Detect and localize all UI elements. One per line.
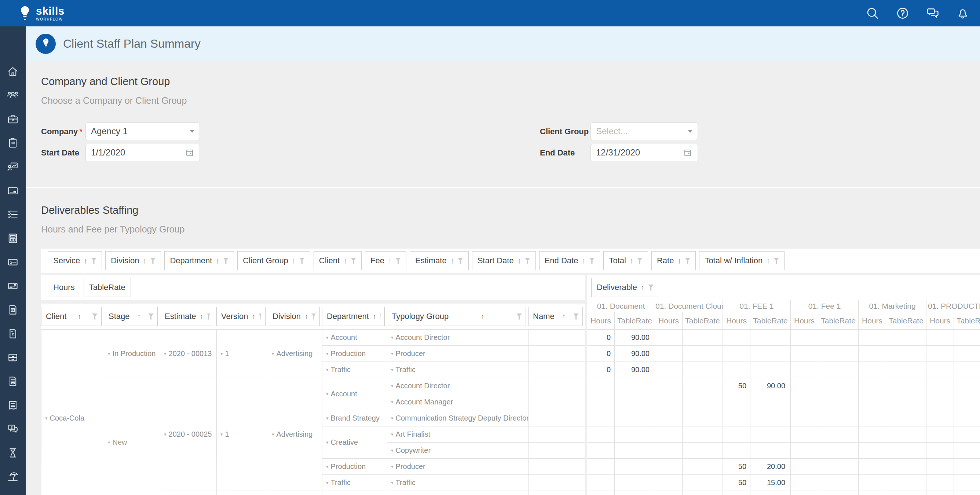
- filter-funnel-icon[interactable]: [589, 258, 595, 264]
- cell-dropdown-icon[interactable]: ▾: [391, 367, 393, 372]
- app-logo[interactable]: skills WORKFLOW: [18, 5, 65, 21]
- sort-arrow-icon[interactable]: ↑: [200, 312, 204, 321]
- cell-typology[interactable]: ▾Account Director: [387, 329, 528, 346]
- cell-dropdown-icon[interactable]: ▾: [326, 367, 329, 372]
- cell-dropdown-icon[interactable]: ▾: [391, 335, 393, 340]
- filter-funnel-icon[interactable]: [223, 258, 229, 264]
- filter-funnel-icon[interactable]: [150, 258, 156, 264]
- cell-department[interactable]: ▾Brand Strategy: [322, 410, 387, 427]
- sort-arrow-icon[interactable]: ↑: [630, 257, 633, 265]
- filter-chip-client-group[interactable]: Client Group↑: [237, 251, 310, 270]
- sort-arrow-icon[interactable]: ↑: [562, 312, 566, 321]
- cell-typology[interactable]: ▾Traffic: [387, 475, 528, 491]
- cell-version[interactable]: ▾1: [217, 329, 268, 378]
- cell-dropdown-icon[interactable]: ▾: [391, 399, 393, 405]
- invoice-dollar-icon[interactable]: $: [6, 328, 19, 340]
- filter-chip-end-date[interactable]: End Date↑: [539, 251, 600, 270]
- team-icon[interactable]: [6, 89, 19, 102]
- filter-funnel-icon[interactable]: [207, 314, 210, 320]
- filter-funnel-icon[interactable]: [773, 258, 779, 264]
- sort-arrow-icon[interactable]: ↑: [216, 257, 220, 265]
- sort-arrow-icon[interactable]: ↑: [77, 312, 81, 321]
- hourglass-icon[interactable]: [6, 447, 19, 459]
- cell-dropdown-icon[interactable]: ▾: [272, 431, 274, 437]
- report-doc-icon[interactable]: [6, 304, 19, 316]
- cell-typology[interactable]: ▾Traffic: [387, 362, 528, 378]
- cell-dropdown-icon[interactable]: ▾: [326, 335, 329, 340]
- cell-tablerate[interactable]: 20.00: [750, 459, 791, 475]
- cell-typology[interactable]: ▾Producer: [387, 346, 528, 362]
- filter-funnel-icon[interactable]: [351, 258, 356, 264]
- value-chip-hours[interactable]: Hours: [48, 278, 80, 297]
- cell-stage[interactable]: ▾In Production: [104, 329, 160, 378]
- notifications-bell-icon[interactable]: [956, 6, 970, 20]
- filter-chip-estimate[interactable]: Estimate↑: [410, 251, 469, 270]
- cell-estimate[interactable]: ▾2020 - 00013: [160, 329, 217, 378]
- filter-chip-department[interactable]: Department↑: [164, 251, 234, 270]
- cell-tablerate[interactable]: 90.00: [750, 378, 791, 394]
- sort-arrow-icon[interactable]: ↑: [582, 257, 585, 265]
- cell-typology[interactable]: ▾Account Director: [387, 378, 528, 394]
- sort-arrow-icon[interactable]: ↑: [372, 312, 376, 321]
- filter-funnel-icon[interactable]: [380, 314, 381, 320]
- filter-chip-total[interactable]: Total↑: [603, 251, 648, 270]
- filter-chip-division[interactable]: Division↑: [105, 251, 161, 270]
- filter-funnel-icon[interactable]: [458, 258, 463, 264]
- cell-department[interactable]: ▾Production: [322, 346, 387, 362]
- filter-chip-client[interactable]: Client↑: [313, 251, 362, 270]
- cell-dropdown-icon[interactable]: ▾: [391, 431, 393, 437]
- cell-typology[interactable]: ▾Account Manager: [387, 394, 528, 410]
- filter-chip-service[interactable]: Service↑: [48, 251, 102, 270]
- cell-tablerate[interactable]: 90.00: [750, 491, 791, 495]
- cell-dropdown-icon[interactable]: ▾: [326, 480, 329, 485]
- card-icon[interactable]: [6, 185, 19, 197]
- sort-arrow-icon[interactable]: ↑: [251, 312, 255, 321]
- filter-funnel-icon[interactable]: [312, 314, 316, 320]
- cell-tablerate[interactable]: 90.00: [615, 362, 655, 378]
- sort-arrow-icon[interactable]: ↑: [137, 312, 141, 321]
- filter-chip-rate[interactable]: Rate↑: [651, 251, 696, 270]
- filter-chip-fee[interactable]: Fee↑: [365, 251, 406, 270]
- column-header-name[interactable]: Name↑: [528, 307, 583, 326]
- cell-dropdown-icon[interactable]: ▾: [108, 439, 110, 445]
- column-header-version[interactable]: Version↑: [216, 307, 266, 326]
- cell-dropdown-icon[interactable]: ▾: [108, 351, 110, 357]
- cell-dropdown-icon[interactable]: ▾: [391, 383, 393, 389]
- column-chip-deliverable[interactable]: Deliverable↑: [591, 278, 659, 297]
- cell-department[interactable]: ▾Production: [322, 459, 387, 475]
- column-header-division[interactable]: Division↑: [268, 307, 320, 326]
- filter-funnel-icon[interactable]: [259, 314, 261, 320]
- calendar-icon[interactable]: [683, 148, 692, 157]
- cell-dropdown-icon[interactable]: ▾: [164, 351, 167, 357]
- checklist-icon[interactable]: [6, 208, 19, 221]
- cell-dropdown-icon[interactable]: ▾: [220, 351, 223, 357]
- filter-chip-start-date[interactable]: Start Date↑: [472, 251, 536, 270]
- filter-funnel-icon[interactable]: [395, 258, 401, 264]
- search-icon[interactable]: [865, 6, 880, 20]
- cell-dropdown-icon[interactable]: ▾: [391, 448, 393, 453]
- sort-arrow-icon[interactable]: ↑: [143, 257, 146, 265]
- sort-arrow-icon[interactable]: ↑: [517, 257, 521, 265]
- cell-division[interactable]: ▾Advertising: [268, 378, 322, 491]
- column-header-stage[interactable]: Stage↑: [104, 307, 158, 326]
- cell-dropdown-icon[interactable]: ▾: [391, 415, 393, 421]
- sort-arrow-icon[interactable]: ↑: [388, 257, 392, 265]
- column-header-estimate[interactable]: Estimate↑: [160, 307, 214, 326]
- drawers-icon[interactable]: [6, 351, 19, 364]
- cell-dropdown-icon[interactable]: ▾: [391, 351, 393, 357]
- cell-dropdown-icon[interactable]: ▾: [326, 351, 329, 357]
- money-note-icon[interactable]: $: [6, 256, 19, 268]
- sort-arrow-icon[interactable]: ↑: [766, 257, 770, 265]
- filter-funnel-icon[interactable]: [637, 258, 643, 264]
- help-icon[interactable]: [896, 6, 910, 20]
- filter-funnel-icon[interactable]: [91, 258, 97, 264]
- cell-dropdown-icon[interactable]: ▾: [45, 415, 48, 421]
- home-icon[interactable]: [6, 65, 19, 78]
- cell-dropdown-icon[interactable]: ▾: [272, 351, 274, 357]
- sort-arrow-icon[interactable]: ↑: [641, 283, 644, 292]
- company-select[interactable]: Agency 1: [86, 123, 200, 140]
- column-header-client[interactable]: Client↑: [41, 307, 102, 326]
- cell-department[interactable]: ▾Account: [322, 329, 387, 346]
- cell-stage[interactable]: ▾New: [104, 378, 160, 495]
- cell-tablerate[interactable]: 15.00: [750, 475, 791, 491]
